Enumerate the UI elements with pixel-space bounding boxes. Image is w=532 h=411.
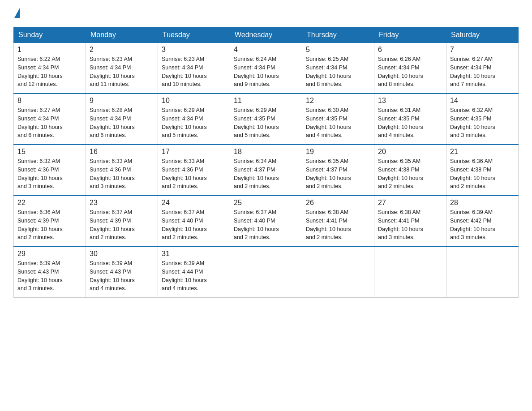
day-number: 7 <box>450 46 515 54</box>
day-info: Sunrise: 6:30 AMSunset: 4:35 PMDaylight:… <box>306 106 370 140</box>
calendar-cell: 21 Sunrise: 6:36 AMSunset: 4:38 PMDaylig… <box>446 145 519 196</box>
calendar-cell: 25 Sunrise: 6:37 AMSunset: 4:40 PMDaylig… <box>230 196 302 247</box>
day-info: Sunrise: 6:37 AMSunset: 4:40 PMDaylight:… <box>162 208 226 242</box>
day-info: Sunrise: 6:36 AMSunset: 4:39 PMDaylight:… <box>17 208 82 242</box>
day-number: 24 <box>162 199 226 207</box>
day-info: Sunrise: 6:22 AMSunset: 4:34 PMDaylight:… <box>17 55 82 89</box>
day-number: 9 <box>90 97 154 105</box>
day-number: 18 <box>234 148 298 156</box>
day-info: Sunrise: 6:39 AMSunset: 4:42 PMDaylight:… <box>450 208 515 242</box>
weekday-header-wednesday: Wednesday <box>230 27 302 43</box>
day-info: Sunrise: 6:24 AMSunset: 4:34 PMDaylight:… <box>234 55 298 89</box>
day-info: Sunrise: 6:34 AMSunset: 4:37 PMDaylight:… <box>234 157 298 191</box>
calendar-cell: 4 Sunrise: 6:24 AMSunset: 4:34 PMDayligh… <box>230 43 302 94</box>
day-info: Sunrise: 6:23 AMSunset: 4:34 PMDaylight:… <box>162 55 226 89</box>
calendar-cell: 8 Sunrise: 6:27 AMSunset: 4:34 PMDayligh… <box>14 94 86 145</box>
calendar-cell: 1 Sunrise: 6:22 AMSunset: 4:34 PMDayligh… <box>14 43 86 94</box>
day-info: Sunrise: 6:28 AMSunset: 4:34 PMDaylight:… <box>90 106 154 140</box>
calendar-cell <box>302 247 374 298</box>
day-number: 29 <box>17 250 82 258</box>
calendar-cell: 9 Sunrise: 6:28 AMSunset: 4:34 PMDayligh… <box>86 94 158 145</box>
day-number: 3 <box>162 46 226 54</box>
calendar-cell: 12 Sunrise: 6:30 AMSunset: 4:35 PMDaylig… <box>302 94 374 145</box>
day-number: 6 <box>378 46 442 54</box>
day-number: 31 <box>162 250 226 258</box>
day-number: 20 <box>378 148 442 156</box>
weekday-header-thursday: Thursday <box>302 27 374 43</box>
day-number: 28 <box>450 199 515 207</box>
day-number: 26 <box>306 199 370 207</box>
calendar-cell: 11 Sunrise: 6:29 AMSunset: 4:35 PMDaylig… <box>230 94 302 145</box>
day-info: Sunrise: 6:26 AMSunset: 4:34 PMDaylight:… <box>378 55 442 89</box>
day-number: 12 <box>306 97 370 105</box>
weekday-header-monday: Monday <box>86 27 158 43</box>
calendar-cell <box>446 247 519 298</box>
calendar-cell: 17 Sunrise: 6:33 AMSunset: 4:36 PMDaylig… <box>158 145 230 196</box>
day-number: 17 <box>162 148 226 156</box>
calendar-week-row: 8 Sunrise: 6:27 AMSunset: 4:34 PMDayligh… <box>14 94 519 145</box>
calendar-cell: 24 Sunrise: 6:37 AMSunset: 4:40 PMDaylig… <box>158 196 230 247</box>
calendar-cell <box>374 247 446 298</box>
calendar-cell: 23 Sunrise: 6:37 AMSunset: 4:39 PMDaylig… <box>86 196 158 247</box>
day-info: Sunrise: 6:29 AMSunset: 4:34 PMDaylight:… <box>162 106 226 140</box>
day-number: 8 <box>17 97 82 105</box>
calendar-cell: 19 Sunrise: 6:35 AMSunset: 4:37 PMDaylig… <box>302 145 374 196</box>
calendar-week-row: 22 Sunrise: 6:36 AMSunset: 4:39 PMDaylig… <box>14 196 519 247</box>
day-info: Sunrise: 6:35 AMSunset: 4:37 PMDaylight:… <box>306 157 370 191</box>
logo <box>13 9 21 19</box>
day-number: 25 <box>234 199 298 207</box>
day-info: Sunrise: 6:36 AMSunset: 4:38 PMDaylight:… <box>450 157 515 191</box>
day-info: Sunrise: 6:35 AMSunset: 4:38 PMDaylight:… <box>378 157 442 191</box>
calendar-week-row: 1 Sunrise: 6:22 AMSunset: 4:34 PMDayligh… <box>14 43 519 94</box>
calendar-cell: 7 Sunrise: 6:27 AMSunset: 4:34 PMDayligh… <box>446 43 519 94</box>
calendar-cell: 10 Sunrise: 6:29 AMSunset: 4:34 PMDaylig… <box>158 94 230 145</box>
day-number: 4 <box>234 46 298 54</box>
day-number: 27 <box>378 199 442 207</box>
day-number: 16 <box>90 148 154 156</box>
day-number: 22 <box>17 199 82 207</box>
day-info: Sunrise: 6:37 AMSunset: 4:39 PMDaylight:… <box>90 208 154 242</box>
page-header <box>13 9 519 19</box>
day-number: 11 <box>234 97 298 105</box>
day-info: Sunrise: 6:39 AMSunset: 4:43 PMDaylight:… <box>90 259 154 293</box>
calendar-cell: 16 Sunrise: 6:33 AMSunset: 4:36 PMDaylig… <box>86 145 158 196</box>
day-number: 1 <box>17 46 82 54</box>
calendar-cell: 14 Sunrise: 6:32 AMSunset: 4:35 PMDaylig… <box>446 94 519 145</box>
day-info: Sunrise: 6:31 AMSunset: 4:35 PMDaylight:… <box>378 106 442 140</box>
weekday-header-friday: Friday <box>374 27 446 43</box>
calendar-cell: 28 Sunrise: 6:39 AMSunset: 4:42 PMDaylig… <box>446 196 519 247</box>
calendar-cell: 5 Sunrise: 6:25 AMSunset: 4:34 PMDayligh… <box>302 43 374 94</box>
day-number: 10 <box>162 97 226 105</box>
day-info: Sunrise: 6:27 AMSunset: 4:34 PMDaylight:… <box>17 106 82 140</box>
calendar-cell: 13 Sunrise: 6:31 AMSunset: 4:35 PMDaylig… <box>374 94 446 145</box>
calendar-cell: 31 Sunrise: 6:39 AMSunset: 4:44 PMDaylig… <box>158 247 230 298</box>
day-number: 15 <box>17 148 82 156</box>
day-info: Sunrise: 6:38 AMSunset: 4:41 PMDaylight:… <box>378 208 442 242</box>
calendar-week-row: 15 Sunrise: 6:32 AMSunset: 4:36 PMDaylig… <box>14 145 519 196</box>
calendar-cell: 29 Sunrise: 6:39 AMSunset: 4:43 PMDaylig… <box>14 247 86 298</box>
day-number: 5 <box>306 46 370 54</box>
day-info: Sunrise: 6:23 AMSunset: 4:34 PMDaylight:… <box>90 55 154 89</box>
day-number: 14 <box>450 97 515 105</box>
day-number: 30 <box>90 250 154 258</box>
day-number: 21 <box>450 148 515 156</box>
day-info: Sunrise: 6:37 AMSunset: 4:40 PMDaylight:… <box>234 208 298 242</box>
day-info: Sunrise: 6:33 AMSunset: 4:36 PMDaylight:… <box>162 157 226 191</box>
day-number: 13 <box>378 97 442 105</box>
calendar-cell: 2 Sunrise: 6:23 AMSunset: 4:34 PMDayligh… <box>86 43 158 94</box>
weekday-header-saturday: Saturday <box>446 27 519 43</box>
calendar-cell <box>230 247 302 298</box>
day-info: Sunrise: 6:33 AMSunset: 4:36 PMDaylight:… <box>90 157 154 191</box>
day-info: Sunrise: 6:39 AMSunset: 4:43 PMDaylight:… <box>17 259 82 293</box>
calendar-week-row: 29 Sunrise: 6:39 AMSunset: 4:43 PMDaylig… <box>14 247 519 298</box>
calendar-header-row: SundayMondayTuesdayWednesdayThursdayFrid… <box>14 27 519 43</box>
day-number: 23 <box>90 199 154 207</box>
day-info: Sunrise: 6:27 AMSunset: 4:34 PMDaylight:… <box>450 55 515 89</box>
calendar-cell: 30 Sunrise: 6:39 AMSunset: 4:43 PMDaylig… <box>86 247 158 298</box>
calendar-cell: 15 Sunrise: 6:32 AMSunset: 4:36 PMDaylig… <box>14 145 86 196</box>
calendar-cell: 26 Sunrise: 6:38 AMSunset: 4:41 PMDaylig… <box>302 196 374 247</box>
day-info: Sunrise: 6:32 AMSunset: 4:35 PMDaylight:… <box>450 106 515 140</box>
day-number: 19 <box>306 148 370 156</box>
day-info: Sunrise: 6:29 AMSunset: 4:35 PMDaylight:… <box>234 106 298 140</box>
calendar-cell: 6 Sunrise: 6:26 AMSunset: 4:34 PMDayligh… <box>374 43 446 94</box>
